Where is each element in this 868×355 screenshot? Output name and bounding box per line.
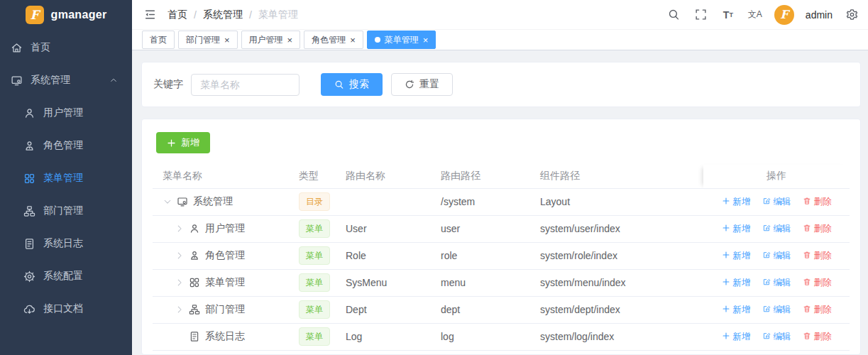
dept-icon bbox=[23, 205, 35, 217]
sidebar-item-config[interactable]: 系统配置 bbox=[0, 260, 132, 293]
row-edit-link[interactable]: 编辑 bbox=[762, 277, 791, 289]
row-delete-link[interactable]: 删除 bbox=[803, 331, 832, 343]
breadcrumb-home[interactable]: 首页 bbox=[167, 9, 187, 21]
logo-icon: F bbox=[26, 6, 44, 24]
tab-首页[interactable]: 首页 bbox=[142, 31, 175, 49]
row-delete-link[interactable]: 删除 bbox=[803, 196, 832, 208]
row-add-link[interactable]: 新增 bbox=[722, 196, 751, 208]
close-icon[interactable]: × bbox=[350, 36, 356, 45]
sidebar-item-log[interactable]: 系统日志 bbox=[0, 227, 132, 260]
tab-菜单管理[interactable]: 菜单管理× bbox=[367, 31, 436, 49]
row-delete-link[interactable]: 删除 bbox=[803, 223, 832, 235]
plus-icon bbox=[722, 197, 730, 207]
menu-table: 菜单名称类型路由名称路由路径组件路径操作 系统管理目录/systemLayout… bbox=[153, 165, 850, 351]
chevron-right-icon[interactable] bbox=[175, 251, 185, 261]
route-path-cell: role bbox=[434, 242, 533, 269]
chevron-right-icon[interactable] bbox=[175, 278, 185, 288]
menu-name-cell: 系统日志 bbox=[153, 323, 292, 350]
menu-name-cell: 系统管理 bbox=[153, 188, 292, 215]
app-logo[interactable]: F gmanager bbox=[0, 0, 132, 30]
operations: 新增编辑删除 bbox=[722, 223, 832, 235]
row-delete-link[interactable]: 删除 bbox=[803, 277, 832, 289]
tab-用户管理[interactable]: 用户管理× bbox=[241, 31, 301, 49]
tree-cell: 用户管理 bbox=[163, 222, 285, 235]
search-icon[interactable] bbox=[666, 7, 682, 23]
menu-name-cell: 用户管理 bbox=[153, 215, 292, 242]
tree-cell: 角色管理 bbox=[163, 249, 285, 262]
sidebar-item-api-doc[interactable]: 接口文档 bbox=[0, 293, 132, 325]
user-avatar[interactable]: F bbox=[774, 5, 794, 25]
row-add-link[interactable]: 新增 bbox=[722, 250, 751, 262]
menu-name-label: 用户管理 bbox=[205, 222, 245, 235]
type-badge: 菜单 bbox=[299, 246, 330, 265]
close-icon[interactable]: × bbox=[423, 36, 429, 45]
menu-icon bbox=[189, 277, 200, 288]
trash-icon bbox=[803, 224, 811, 234]
sidebar-item-label: 接口文档 bbox=[43, 302, 83, 315]
reset-button[interactable]: 重置 bbox=[391, 73, 453, 96]
op-label: 删除 bbox=[814, 331, 832, 343]
sidebar-item-system[interactable]: 系统管理 bbox=[0, 64, 132, 97]
username-label[interactable]: admin bbox=[806, 9, 833, 21]
row-edit-link[interactable]: 编辑 bbox=[762, 250, 791, 262]
breadcrumb-separator: / bbox=[194, 9, 197, 21]
sidebar-item-user[interactable]: 用户管理 bbox=[0, 97, 132, 129]
top-header: 首页 / 系统管理 / 菜单管理 TT 文A F admin bbox=[132, 0, 868, 30]
row-add-link[interactable]: 新增 bbox=[722, 304, 751, 316]
settings-gear-icon[interactable] bbox=[844, 7, 859, 23]
op-label: 编辑 bbox=[774, 331, 791, 343]
row-edit-link[interactable]: 编辑 bbox=[762, 331, 791, 343]
breadcrumb-system[interactable]: 系统管理 bbox=[203, 9, 243, 21]
type-cell: 目录 bbox=[292, 188, 339, 215]
operations: 新增编辑删除 bbox=[722, 277, 832, 289]
add-menu-button[interactable]: 新增 bbox=[156, 132, 210, 153]
row-delete-link[interactable]: 删除 bbox=[803, 250, 832, 262]
edit-icon bbox=[762, 224, 771, 234]
row-add-link[interactable]: 新增 bbox=[722, 223, 751, 235]
type-badge: 菜单 bbox=[299, 273, 330, 292]
home-icon bbox=[11, 42, 23, 54]
operations-cell: 新增编辑删除 bbox=[703, 269, 850, 296]
tab-部门管理[interactable]: 部门管理× bbox=[178, 31, 238, 49]
role-icon bbox=[189, 250, 200, 261]
active-tab-dot bbox=[375, 37, 380, 43]
keyword-input[interactable] bbox=[191, 74, 300, 96]
row-edit-link[interactable]: 编辑 bbox=[762, 223, 791, 235]
tabs-bar: 首页部门管理×用户管理×角色管理×菜单管理× bbox=[132, 30, 868, 50]
fullscreen-icon[interactable] bbox=[693, 7, 709, 23]
sidebar-item-role[interactable]: 角色管理 bbox=[0, 129, 132, 162]
row-edit-link[interactable]: 编辑 bbox=[762, 304, 791, 316]
chevron-right-icon[interactable] bbox=[175, 224, 185, 234]
row-edit-link[interactable]: 编辑 bbox=[762, 196, 791, 208]
component-cell: system/user/index bbox=[533, 215, 703, 242]
row-add-link[interactable]: 新增 bbox=[722, 331, 751, 343]
close-icon[interactable]: × bbox=[287, 36, 293, 45]
row-add-link[interactable]: 新增 bbox=[722, 277, 751, 289]
route-name-cell: User bbox=[339, 215, 434, 242]
sidebar-collapse-icon[interactable] bbox=[142, 7, 158, 23]
keyword-label: 关键字 bbox=[153, 78, 183, 91]
operations-cell: 新增编辑删除 bbox=[703, 296, 850, 323]
sidebar-item-home[interactable]: 首页 bbox=[0, 31, 132, 64]
translate-icon[interactable]: 文A bbox=[747, 7, 763, 23]
sidebar-item-dept[interactable]: 部门管理 bbox=[0, 195, 132, 227]
close-icon[interactable]: × bbox=[224, 36, 230, 45]
trash-icon bbox=[803, 278, 811, 288]
chevron-down-icon[interactable] bbox=[163, 197, 172, 207]
operations: 新增编辑删除 bbox=[722, 196, 832, 208]
route-path-cell: /system bbox=[434, 188, 533, 215]
route-name-cell: SysMenu bbox=[339, 269, 434, 296]
font-size-icon[interactable]: TT bbox=[720, 7, 736, 23]
type-cell: 菜单 bbox=[292, 269, 339, 296]
tab-角色管理[interactable]: 角色管理× bbox=[304, 31, 363, 49]
search-button[interactable]: 搜索 bbox=[321, 73, 383, 96]
component-cell: system/role/index bbox=[533, 242, 703, 269]
sidebar-item-menu[interactable]: 菜单管理 bbox=[0, 162, 132, 195]
operations-cell: 新增编辑删除 bbox=[703, 323, 850, 350]
row-delete-link[interactable]: 删除 bbox=[803, 304, 832, 316]
menu-name-label: 系统管理 bbox=[193, 195, 233, 208]
edit-icon bbox=[762, 332, 771, 342]
chevron-right-icon[interactable] bbox=[175, 305, 185, 315]
route-path-cell: user bbox=[434, 215, 533, 242]
tab-label: 用户管理 bbox=[249, 34, 283, 46]
